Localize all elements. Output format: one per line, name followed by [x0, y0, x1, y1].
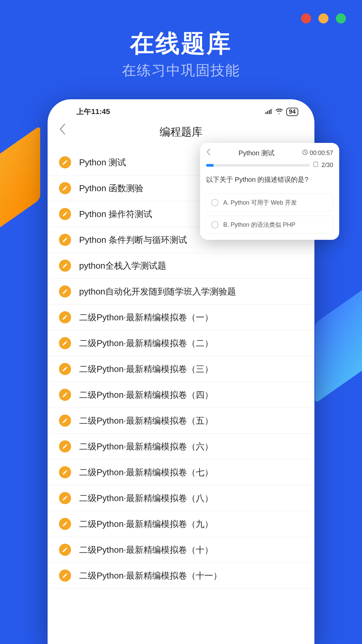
pencil-icon: [59, 208, 71, 220]
answer-option[interactable]: B. Python 的语法类似 PHP: [206, 216, 333, 234]
option-label: B. Python 的语法类似 PHP: [223, 221, 295, 229]
answer-options: A. Python 可用于 Web 开发 B. Python 的语法类似 PHP: [206, 194, 333, 234]
svg-rect-2: [269, 110, 270, 114]
list-item[interactable]: python全栈入学测试题: [48, 253, 314, 279]
pencil-icon: [59, 260, 71, 272]
popup-title: Python 测试: [214, 149, 300, 158]
progress-bar: [206, 164, 310, 167]
progress-fill: [206, 164, 214, 167]
pencil-icon: [59, 337, 71, 349]
bg-decoration-blue: [315, 281, 362, 404]
status-right: 94: [265, 107, 298, 116]
pencil-icon: [59, 363, 71, 375]
svg-rect-5: [314, 162, 318, 167]
list-item[interactable]: 二级Python·最新精编模拟卷（六）: [48, 434, 314, 460]
hero-title: 在线题库: [0, 28, 362, 60]
list-item-label: 二级Python·最新精编模拟卷（五）: [79, 415, 213, 427]
pencil-icon: [59, 182, 71, 194]
list-item-label: 二级Python·最新精编模拟卷（三）: [79, 363, 213, 375]
answer-option[interactable]: A. Python 可用于 Web 开发: [206, 194, 333, 212]
svg-rect-1: [267, 111, 268, 114]
pencil-icon: [59, 389, 71, 401]
quiz-popup: Python 测试 00:00:57 2/30 以下关于 Python 的描述错…: [200, 143, 339, 240]
popup-header: Python 测试 00:00:57: [206, 148, 333, 158]
list-item-label: 二级Python·最新精编模拟卷（七）: [79, 467, 213, 478]
traffic-green-icon: [336, 13, 346, 23]
list-item-label: Python 函数测验: [79, 182, 143, 194]
pencil-icon: [59, 466, 71, 478]
popup-progress-row: 2/30: [206, 162, 333, 169]
list-item-label: 二级Python·最新精编模拟卷（二）: [79, 337, 213, 349]
pencil-icon: [59, 492, 71, 504]
list-item-label: 二级Python·最新精编模拟卷（一）: [79, 312, 213, 323]
svg-rect-3: [270, 109, 272, 114]
list-item-label: Python 测试: [79, 157, 126, 168]
list-item-label: 二级Python·最新精编模拟卷（十）: [79, 544, 213, 556]
popup-back-icon[interactable]: [206, 148, 211, 158]
list-item-label: 二级Python·最新精编模拟卷（十一）: [79, 570, 222, 582]
list-item[interactable]: 二级Python·最新精编模拟卷（十）: [48, 537, 314, 563]
traffic-yellow-icon: [318, 13, 328, 23]
status-bar: 上午11:45 94: [48, 99, 314, 119]
list-item[interactable]: 二级Python·最新精编模拟卷（九）: [48, 511, 314, 537]
list-item[interactable]: 二级Python·最新精编模拟卷（四）: [48, 382, 314, 408]
hero-subtitle: 在练习中巩固技能: [0, 61, 362, 80]
radio-icon: [211, 221, 219, 228]
option-label: A. Python 可用于 Web 开发: [223, 199, 297, 207]
clock-icon: [302, 150, 308, 157]
pencil-icon: [59, 234, 71, 246]
list-item-label: 二级Python·最新精编模拟卷（六）: [79, 441, 213, 452]
list-item-label: python全栈入学测试题: [79, 260, 166, 272]
pencil-icon: [59, 518, 71, 530]
progress-count: 2/30: [321, 162, 333, 169]
list-item[interactable]: 二级Python·最新精编模拟卷（七）: [48, 460, 314, 485]
pencil-icon: [59, 415, 71, 427]
back-icon[interactable]: [59, 123, 66, 138]
pencil-icon: [59, 285, 71, 298]
popup-timer: 00:00:57: [302, 150, 333, 157]
pencil-icon: [59, 440, 71, 452]
pencil-icon: [59, 311, 71, 323]
bg-decoration-orange: [0, 125, 40, 237]
timer-value: 00:00:57: [310, 150, 333, 157]
svg-rect-0: [265, 112, 266, 114]
list-item[interactable]: 二级Python·最新精编模拟卷（二）: [48, 330, 314, 356]
battery-badge: 94: [286, 108, 298, 116]
pencil-icon: [59, 570, 71, 582]
list-item[interactable]: python自动化开发随到随学班入学测验题: [48, 279, 314, 305]
bookmark-icon[interactable]: [313, 162, 318, 169]
question-text: 以下关于 Python 的描述错误的是?: [206, 175, 333, 184]
list-item-label: python自动化开发随到随学班入学测验题: [79, 286, 236, 298]
list-item[interactable]: 二级Python·最新精编模拟卷（三）: [48, 356, 314, 382]
wifi-icon: [276, 107, 283, 116]
list-item[interactable]: 二级Python·最新精编模拟卷（五）: [48, 408, 314, 434]
pencil-icon: [59, 156, 71, 168]
list-item[interactable]: 二级Python·最新精编模拟卷（十一）: [48, 563, 314, 589]
signal-icon: [265, 107, 272, 116]
traffic-lights: [301, 13, 346, 23]
radio-icon: [211, 199, 219, 206]
list-item-label: Python 条件判断与循环测试: [79, 234, 187, 246]
traffic-red-icon: [301, 13, 311, 23]
list-item-label: 二级Python·最新精编模拟卷（四）: [79, 389, 213, 401]
list-item-label: 二级Python·最新精编模拟卷（八）: [79, 492, 213, 504]
page-title: 编程题库: [160, 125, 202, 140]
status-time: 上午11:45: [76, 107, 110, 117]
list-item[interactable]: 二级Python·最新精编模拟卷（一）: [48, 305, 314, 330]
list-item-label: Python 操作符测试: [79, 208, 152, 220]
pencil-icon: [59, 544, 71, 556]
list-item-label: 二级Python·最新精编模拟卷（九）: [79, 518, 213, 530]
list-item[interactable]: 二级Python·最新精编模拟卷（八）: [48, 485, 314, 511]
